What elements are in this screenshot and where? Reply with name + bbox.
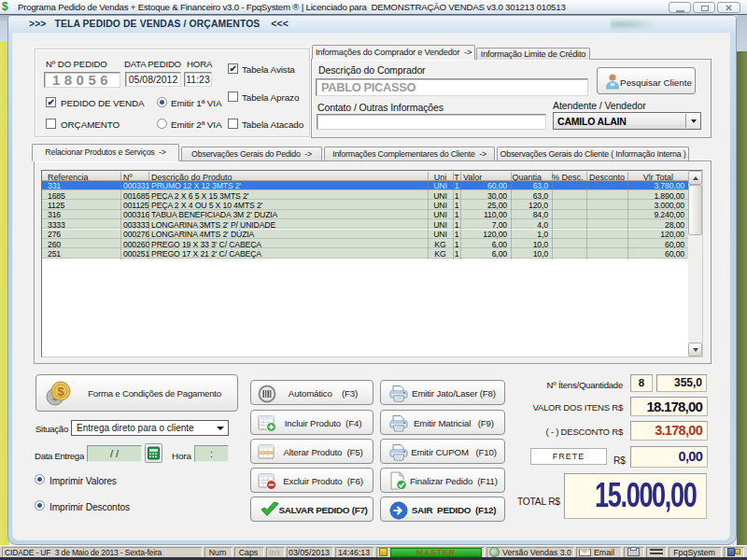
svg-text:$: $ bbox=[57, 385, 64, 399]
